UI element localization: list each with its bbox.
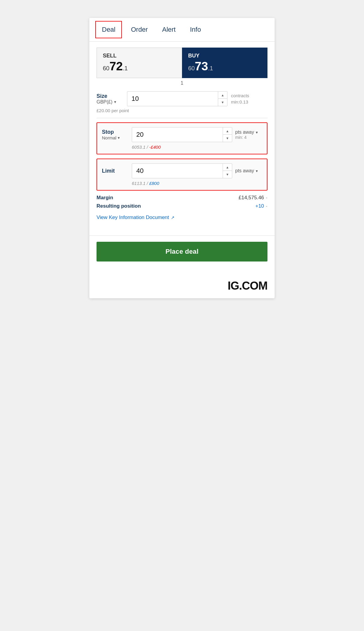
margin-label: Margin (97, 195, 113, 201)
limit-down-arrow[interactable]: ▼ (223, 171, 232, 178)
tab-deal[interactable]: Deal (95, 21, 122, 38)
resulting-position-amount: +10 (255, 203, 264, 209)
stop-subtitle[interactable]: Normal (102, 135, 129, 140)
tab-order[interactable]: Order (124, 19, 155, 40)
stop-pts-label[interactable]: pts away (235, 130, 258, 135)
stop-arrows: ▲ ▼ (223, 127, 232, 142)
place-deal-button[interactable]: Place deal (97, 242, 267, 261)
price-row: SELL 60 72 .1 BUY 60 73 .1 (97, 48, 267, 78)
size-info: contracts min:0.13 (231, 92, 249, 105)
panel-body: SELL 60 72 .1 BUY 60 73 .1 1 (89, 42, 275, 235)
stop-pts-group: pts away min: 4 (235, 130, 258, 140)
sell-label: SELL (103, 53, 176, 59)
stop-min-label: min: 4 (235, 135, 258, 140)
sell-price-display: 60 72 .1 (103, 60, 176, 73)
margin-dash: - (266, 195, 267, 201)
limit-box: Limit ▲ ▼ pts away 6113.1 / £800 (97, 159, 267, 191)
sell-button[interactable]: SELL 60 72 .1 (97, 48, 182, 78)
limit-controls: ▲ ▼ pts away (132, 163, 262, 178)
limit-sub-price: 6113.1 (132, 181, 146, 186)
stop-down-arrow[interactable]: ▼ (223, 135, 232, 142)
spread-indicator: 1 (97, 80, 267, 86)
stop-controls: ▲ ▼ pts away min: 4 (132, 127, 262, 142)
size-spinner[interactable]: ▲ ▼ (127, 91, 227, 106)
limit-sub-info: 6113.1 / £800 (102, 181, 262, 186)
limit-arrows: ▲ ▼ (223, 164, 232, 178)
buy-price-prefix: 60 (188, 65, 195, 72)
limit-pts-label[interactable]: pts away (235, 168, 258, 174)
stop-spinner[interactable]: ▲ ▼ (132, 127, 232, 142)
stop-sub-info: 6053.1 / -£400 (102, 145, 262, 150)
ig-branding: IG.COM (89, 267, 275, 298)
resulting-position-dash: - (266, 203, 267, 209)
sell-price-decimal: .1 (123, 65, 128, 72)
buy-price-main: 73 (195, 60, 208, 73)
size-arrows: ▲ ▼ (218, 92, 227, 106)
limit-title-group: Limit (102, 168, 129, 174)
limit-spinner[interactable]: ▲ ▼ (132, 163, 232, 178)
size-row: Size GBP(£) ▲ ▼ contracts min:0.13 (97, 91, 267, 106)
stop-title-group: Stop Normal (102, 129, 129, 140)
margin-value: £14,575.46 - (238, 195, 267, 201)
buy-price-display: 60 73 .1 (188, 60, 261, 73)
stop-sub-value: -£400 (149, 145, 160, 150)
size-currency[interactable]: GBP(£) (97, 99, 123, 105)
size-label-group: Size GBP(£) (97, 93, 123, 105)
limit-sub-value: £800 (149, 181, 159, 186)
resulting-position-label: Resulting position (97, 203, 141, 209)
place-deal-label: Place deal (166, 248, 199, 255)
kid-link-label: View Key Information Document (97, 215, 169, 221)
trading-panel: Deal Order Alert Info SELL 60 72 .1 BUY (89, 18, 275, 298)
divider-1 (97, 118, 267, 118)
stop-header: Stop Normal ▲ ▼ pts away min: 4 (102, 127, 262, 142)
tab-alert[interactable]: Alert (155, 19, 183, 40)
size-up-arrow[interactable]: ▲ (218, 92, 227, 99)
limit-header: Limit ▲ ▼ pts away (102, 163, 262, 178)
buy-label: BUY (188, 53, 261, 59)
tab-info[interactable]: Info (183, 19, 208, 40)
buy-price-decimal: .1 (208, 65, 213, 72)
size-down-arrow[interactable]: ▼ (218, 99, 227, 106)
panel-footer: Place deal (89, 235, 275, 267)
stop-up-arrow[interactable]: ▲ (223, 127, 232, 135)
stop-sub-price: 6053.1 (132, 145, 146, 150)
spread-value: 1 (181, 80, 183, 86)
per-point: £20.00 per point (97, 108, 267, 113)
limit-title: Limit (102, 168, 129, 174)
size-input[interactable] (127, 92, 218, 106)
size-unit: contracts (231, 92, 249, 99)
buy-button[interactable]: BUY 60 73 .1 (182, 48, 268, 78)
size-label: Size (97, 93, 123, 99)
size-min: min:0.13 (231, 99, 249, 105)
stop-input[interactable] (132, 127, 223, 142)
stop-title: Stop (102, 129, 129, 135)
ig-branding-text: IG.COM (228, 279, 267, 292)
external-link-icon: ↗ (171, 215, 175, 220)
margin-amount: £14,575.46 (238, 195, 264, 201)
resulting-position-row: Resulting position +10 - (97, 203, 267, 209)
tab-bar: Deal Order Alert Info (89, 18, 275, 42)
limit-input[interactable] (132, 164, 223, 178)
kid-link[interactable]: View Key Information Document ↗ (97, 215, 175, 221)
sell-price-prefix: 60 (103, 65, 109, 72)
margin-row: Margin £14,575.46 - (97, 195, 267, 201)
sell-price-main: 72 (109, 60, 123, 73)
resulting-position-value: +10 - (255, 203, 267, 209)
limit-up-arrow[interactable]: ▲ (223, 164, 232, 171)
stop-box: Stop Normal ▲ ▼ pts away min: 4 (97, 122, 267, 154)
